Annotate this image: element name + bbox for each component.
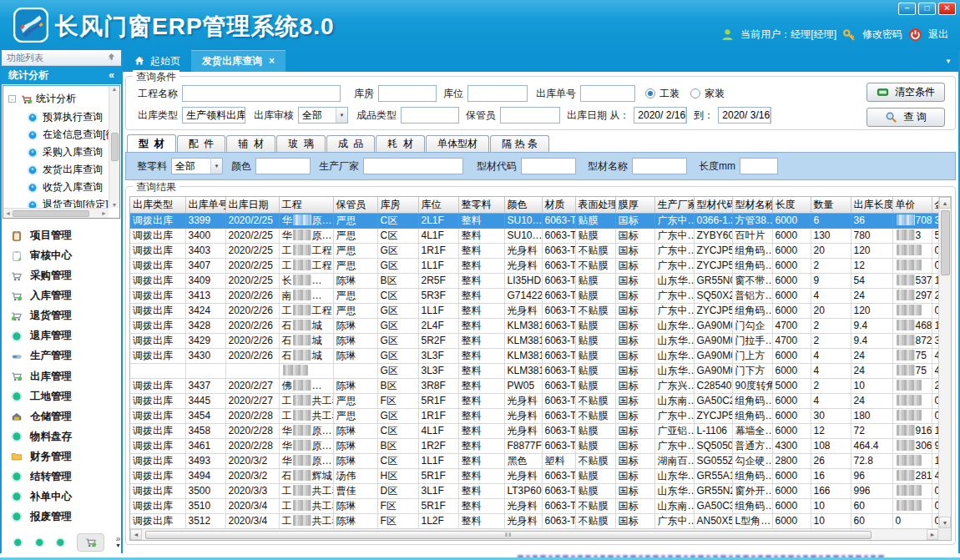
window-minimize-button[interactable]: – [898,3,916,15]
material-tab-5[interactable]: 耗 材 [376,135,425,152]
grid-header-cell[interactable]: 出库单号 [185,197,225,213]
grid-header-cell[interactable]: 出库日期 [225,197,279,213]
sidebar-item-工地管理[interactable]: 工地管理 [2,390,121,404]
scroll-up-icon[interactable]: ▲ [112,86,118,92]
sidebar-item-出库管理[interactable]: 出库管理 [2,370,121,384]
grid-header-cell[interactable]: 保管员 [333,197,377,213]
table-row[interactable]: 调拨出库34372020/2/27佛…陈琳B区3R8F整料PW056063-T5… [130,378,938,393]
tree-item[interactable]: 收货入库查询 [7,179,118,196]
outbound-type-select[interactable]: 生产领料出库▼ [182,107,245,124]
logout-link[interactable]: 退出 [928,28,948,42]
table-row[interactable]: 调拨出库34542020/2/28工共工程严思G区1R1F整料光身料6063-T… [130,408,938,423]
material-tab-1[interactable]: 配 件 [177,135,226,152]
grid-header-cell[interactable]: 膜厚 [615,197,654,213]
grid-header-cell[interactable]: 型材代码 [694,197,732,213]
outbound-audit-select[interactable]: 全部▼ [298,107,348,124]
footer-dot-icon[interactable] [13,537,23,548]
table-row[interactable]: 调拨出库34942020/3/2石辉城汤伟H区5R1F整料光身料6063-T5贴… [130,468,938,483]
scroll-left-icon[interactable]: ◄ [130,529,142,540]
radio-家装[interactable] [690,88,700,98]
tabs-overflow-icon[interactable]: ▼ [945,58,952,65]
table-row[interactable]: 调拨出库34932020/3/2华原…陈琳C区1L1F整料黑色塑料不贴膜国标湖南… [130,453,938,468]
sidebar-item-生产管理[interactable]: 生产管理 [2,349,121,363]
tree-vscroll-thumb[interactable] [111,133,119,161]
sidebar-item-仓储管理[interactable]: 仓储管理 [2,410,121,424]
tree-item[interactable]: 预算执行查询 [7,108,118,126]
sidebar-item-补单中心[interactable]: 补单中心 [2,490,121,504]
sidebar-item-报废管理[interactable]: 报废管理 [2,510,121,524]
footer-cart-button[interactable] [77,533,104,552]
sidebar-overflow-button[interactable]: » ▼ [115,536,121,549]
sidebar-item-物料盘存[interactable]: 物料盘存 [2,430,121,444]
grid-vertical-scrollbar[interactable]: ▲ ▼ [938,197,951,528]
change-password-link[interactable]: 修改密码 [862,28,902,42]
pin-icon[interactable] [106,53,116,63]
sidebar-item-退库管理[interactable]: 退库管理 [2,329,121,343]
collapse-icon[interactable]: « [109,69,114,81]
sidebar-item-退货管理[interactable]: 退货管理 [2,309,121,323]
window-maximize-button[interactable]: □ [918,3,936,15]
table-row[interactable]: 调拨出库34072020/2/25工工程严思G区1L1F整料光身料6063-T5… [130,258,938,273]
sidebar-item-审核中心[interactable]: 审核中心 [2,249,121,263]
sidebar-item-入库管理[interactable]: 入库管理 [2,289,121,303]
grid-header-cell[interactable]: 表面处理 [575,197,615,213]
scroll-right-icon[interactable]: ► [927,529,938,540]
material-tab-0[interactable]: 型 材 [127,134,176,152]
footer-dot-icon[interactable] [55,537,66,548]
location-input[interactable] [467,85,528,102]
grid-header-cell[interactable]: 库位 [418,197,458,213]
table-row[interactable]: 调拨出库33992020/2/25华原…严思C区2L1F整料SU10…6063-… [130,213,938,228]
tree-hscroll-thumb[interactable] [13,210,89,217]
scroll-right-icon[interactable]: ► [101,210,107,216]
table-row[interactable]: 调拨出库34582020/2/28华原…陈琳C区4L1F整料光身料6063-T5… [130,423,938,438]
whole-part-select[interactable]: 全部▼ [171,158,223,174]
material-tab-3[interactable]: 玻 璃 [276,135,326,152]
tab-close-icon[interactable]: × [269,55,275,67]
table-row[interactable]: 调拨出库35002020/3/3工共工程曹佳D区3L1F整料LT3P606063… [130,483,938,498]
tab-起始页[interactable]: 起始页 [123,50,191,72]
sidebar-item-财务管理[interactable]: 财务管理 [2,450,121,464]
table-row[interactable]: 调拨出库34612020/2/28华原…陈琳B区1R2F整料F8877FT606… [130,438,938,453]
vscroll-thumb[interactable] [941,210,950,275]
grid-header-cell[interactable]: 生产厂家 [654,197,694,213]
table-row[interactable]: 调拨出库34092020/2/25长…陈琳B区2R5F整料LI35HD6063-… [130,273,938,288]
material-tab-4[interactable]: 成 品 [326,135,376,152]
profile-code-input[interactable] [521,158,576,174]
clear-conditions-button[interactable]: 清空条件 [867,83,945,102]
grid-header-cell[interactable]: 金额 [932,197,938,213]
hscroll-thumb[interactable]: ‖‖ [145,531,872,539]
keeper-input[interactable] [500,107,560,124]
grid-header-cell[interactable]: 型材名称 [732,197,772,213]
table-row[interactable]: 调拨出库34282020/2/26石城陈琳G区2L4F整料KLM38176063… [130,318,938,333]
table-row[interactable]: 调拨出库34002020/2/25华原…严思C区4L1F整料SU10…6063-… [130,228,938,243]
sidebar-item-结转管理[interactable]: 结转管理 [2,470,121,484]
grid-header-cell[interactable]: 材质 [542,197,575,213]
length-mm-input[interactable] [740,158,778,174]
color-input[interactable] [255,158,311,174]
scroll-left-icon[interactable]: ◄ [5,210,11,216]
tree-expander-icon[interactable]: - [8,95,16,103]
grid-header-cell[interactable]: 工程 [279,197,333,213]
sidebar-section-header[interactable]: 统计分析 « [2,66,121,84]
footer-dot-icon[interactable] [34,537,45,548]
radio-工装[interactable] [645,88,655,98]
product-type-input[interactable] [401,107,459,124]
sidebar-item-采购管理[interactable]: 采购管理 [2,269,121,283]
grid-header-cell[interactable]: 库房 [377,197,418,213]
table-row[interactable]: 调拨出库34302020/2/26石城陈琳G区3L3F整料KLM38176063… [130,348,938,363]
table-row[interactable]: 调拨出库34032020/2/25工工程严思G区1R1F整料光身料6063-T5… [130,243,938,258]
profile-name-input[interactable] [632,158,687,174]
outbound-no-input[interactable] [580,85,635,102]
table-row[interactable]: 调拨出库35102020/3/4工共工程陈琳F区5R1F整料光身料6063-T5… [130,498,938,513]
grid-header-cell[interactable]: 颜色 [504,197,542,213]
table-row[interactable]: G区3L3F整料KLM38176063-T5贴膜国标山东华…GA90M09…门下… [130,363,938,378]
tab-发货出库查询[interactable]: 发货出库查询× [191,50,285,72]
tree-item[interactable]: 采购入库查询 [7,144,118,161]
grid-header-cell[interactable]: 整零料 [458,197,504,213]
grid-header-cell[interactable]: 出库长度 [851,197,892,213]
material-tab-2[interactable]: 辅 材 [226,135,275,152]
window-close-button[interactable]: ✕ [938,3,956,15]
material-tab-7[interactable]: 隔 热 条 [490,135,549,152]
table-row[interactable]: 调拨出库34242020/2/26工工程严思G区1L1F整料光身料6063-T5… [130,303,938,318]
scroll-down-icon[interactable]: ▼ [939,517,951,528]
